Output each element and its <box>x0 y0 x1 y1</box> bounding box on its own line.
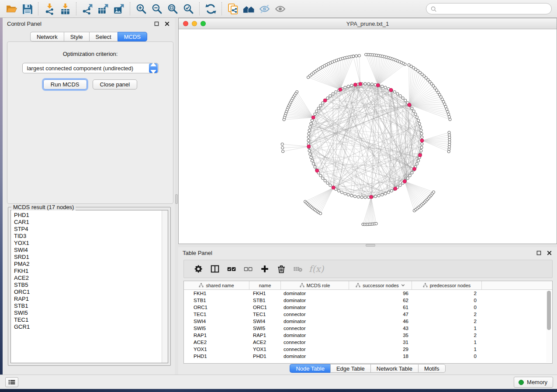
cell-predecessor-nodes: 2 <box>412 311 482 318</box>
table-row[interactable]: SWI4SWI4dominator462 <box>184 318 552 325</box>
mcds-result-item[interactable]: FKH1 <box>14 268 162 275</box>
delete-column-icon[interactable] <box>273 261 290 276</box>
network-canvas[interactable] <box>179 29 557 244</box>
mcds-list-scrollbar[interactable] <box>162 210 168 363</box>
vertical-splitter[interactable] <box>175 18 178 375</box>
panel-menu-button[interactable] <box>5 377 18 387</box>
tab-network[interactable]: Network <box>30 32 64 41</box>
zoom-out-icon[interactable] <box>149 1 165 16</box>
tab-edge-table[interactable]: Edge Table <box>330 364 370 373</box>
tab-network-table[interactable]: Network Table <box>370 364 418 373</box>
duplicate-network-icon[interactable] <box>225 1 241 16</box>
table-row[interactable]: RAP1RAP1dominator352 <box>184 332 552 339</box>
save-session-icon[interactable] <box>19 1 35 16</box>
minimize-window-icon[interactable] <box>192 21 197 26</box>
add-column-icon[interactable] <box>256 261 273 276</box>
export-table-icon[interactable] <box>95 1 111 16</box>
cell-shared-name: RAP1 <box>184 332 249 339</box>
run-mcds-button[interactable]: Run MCDS <box>43 79 87 89</box>
show-all-icon[interactable] <box>272 1 288 16</box>
column-header-MCDS-role[interactable]: MCDS role <box>281 281 349 289</box>
mcds-result-item[interactable]: STB5 <box>14 282 162 289</box>
table-type-tabs: Node TableEdge TableNetwork TableMotifs <box>178 364 557 373</box>
cell-name: SWI5 <box>249 325 281 332</box>
zoom-selected-icon[interactable] <box>180 1 196 16</box>
cell-name: FKH1 <box>249 290 281 297</box>
mcds-result-item[interactable]: CAR1 <box>14 219 162 226</box>
close-panel-icon[interactable] <box>163 20 170 27</box>
close-panel-icon[interactable] <box>546 249 553 256</box>
mcds-result-item[interactable]: STB1 <box>14 303 162 309</box>
gear-icon[interactable] <box>190 261 207 276</box>
export-image-icon[interactable] <box>111 1 127 16</box>
toolbar-separator <box>38 2 38 15</box>
tab-motifs[interactable]: Motifs <box>418 364 446 373</box>
cell-predecessor-nodes: 1 <box>412 339 482 346</box>
mcds-result-item[interactable]: SWI4 <box>14 247 162 254</box>
import-table-icon[interactable] <box>57 1 73 16</box>
search-input-wrap[interactable] <box>426 3 552 14</box>
splitter-grip[interactable] <box>366 244 375 247</box>
table-scrollbar[interactable] <box>546 291 551 362</box>
criterion-dropdown[interactable]: largest connected component (undirected) <box>22 63 159 73</box>
first-neighbors-icon[interactable] <box>241 1 256 16</box>
split-view-icon[interactable] <box>207 261 223 276</box>
column-header-name[interactable]: name <box>249 281 281 289</box>
zoom-window-icon[interactable] <box>201 21 206 26</box>
scrollbar-thumb[interactable] <box>547 291 551 330</box>
tab-node-table[interactable]: Node Table <box>290 364 330 373</box>
table-row[interactable]: SWI5SWI5connector431 <box>184 325 552 332</box>
table-row[interactable]: STB1STB1dominator620 <box>184 297 552 304</box>
splitter-grip[interactable] <box>175 194 178 204</box>
search-input[interactable] <box>439 6 547 12</box>
table-panel: Table Panel f(x) shared namenameMCDS rol… <box>178 247 557 375</box>
column-header-predecessor-nodes[interactable]: predecessor nodes <box>412 281 482 289</box>
table-row[interactable]: YOX1YOX1connector291 <box>184 346 552 353</box>
table-row[interactable]: FKH1FKH1dominator962 <box>184 290 552 297</box>
mcds-result-item[interactable]: SRD1 <box>14 254 162 261</box>
mcds-result-item[interactable]: TID3 <box>14 233 162 240</box>
column-header-empty <box>482 281 552 289</box>
horizontal-splitter[interactable] <box>178 244 557 247</box>
import-network-icon[interactable] <box>42 1 57 16</box>
mcds-result-item[interactable]: PMA2 <box>14 261 162 268</box>
mcds-result-item[interactable]: SWI5 <box>14 309 162 316</box>
table-row[interactable]: PHD1PHD1dominator180 <box>184 353 552 360</box>
mcds-result-item[interactable]: GCR1 <box>14 323 162 330</box>
column-header-shared-name[interactable]: shared name <box>184 281 249 289</box>
mcds-result-item[interactable]: PHD1 <box>14 212 162 219</box>
column-header-successor-nodes[interactable]: successor nodes <box>349 281 412 289</box>
cell-predecessor-nodes: 0 <box>412 297 482 304</box>
mcds-result-item[interactable]: TEC1 <box>14 316 162 323</box>
float-panel-icon[interactable] <box>535 249 542 256</box>
zoom-in-icon[interactable] <box>133 1 149 16</box>
mcds-result-item[interactable]: RAP1 <box>14 296 162 303</box>
refresh-layout-icon[interactable] <box>203 1 218 16</box>
cell-predecessor-nodes: 2 <box>412 318 482 325</box>
mcds-result-item[interactable]: YOX1 <box>14 240 162 247</box>
table-row[interactable]: ORC1ORC1dominator610 <box>184 304 552 311</box>
memory-status-icon <box>519 380 524 385</box>
export-network-icon[interactable] <box>80 1 95 16</box>
table-row[interactable]: TEC1TEC1connector472 <box>184 311 552 318</box>
deselect-all-checks-icon[interactable] <box>240 261 256 276</box>
tab-select[interactable]: Select <box>89 32 118 41</box>
tab-mcds[interactable]: MCDS <box>118 32 147 41</box>
mcds-result-item[interactable]: ORC1 <box>14 289 162 296</box>
table-header-row: shared namenameMCDS rolesuccessor nodesp… <box>184 281 552 290</box>
open-file-icon[interactable] <box>3 1 19 16</box>
zoom-fit-icon[interactable] <box>165 1 180 16</box>
hide-selected-icon[interactable] <box>256 1 272 16</box>
table-toolbar: f(x) <box>183 260 553 278</box>
tab-style[interactable]: Style <box>64 32 89 41</box>
select-all-checks-icon[interactable] <box>223 261 240 276</box>
control-panel: Control Panel NetworkStyleSelectMCDS Opt… <box>3 18 175 375</box>
memory-button[interactable]: Memory <box>514 377 553 388</box>
mcds-result-item[interactable]: ACE2 <box>14 275 162 282</box>
close-window-icon[interactable] <box>183 21 188 26</box>
float-panel-icon[interactable] <box>153 20 160 27</box>
mcds-result-item[interactable]: STP4 <box>14 226 162 233</box>
table-row[interactable]: ACE2ACE2connector311 <box>184 339 552 346</box>
close-panel-button[interactable]: Close panel <box>93 79 138 89</box>
cell-predecessor-nodes: 0 <box>412 353 482 360</box>
